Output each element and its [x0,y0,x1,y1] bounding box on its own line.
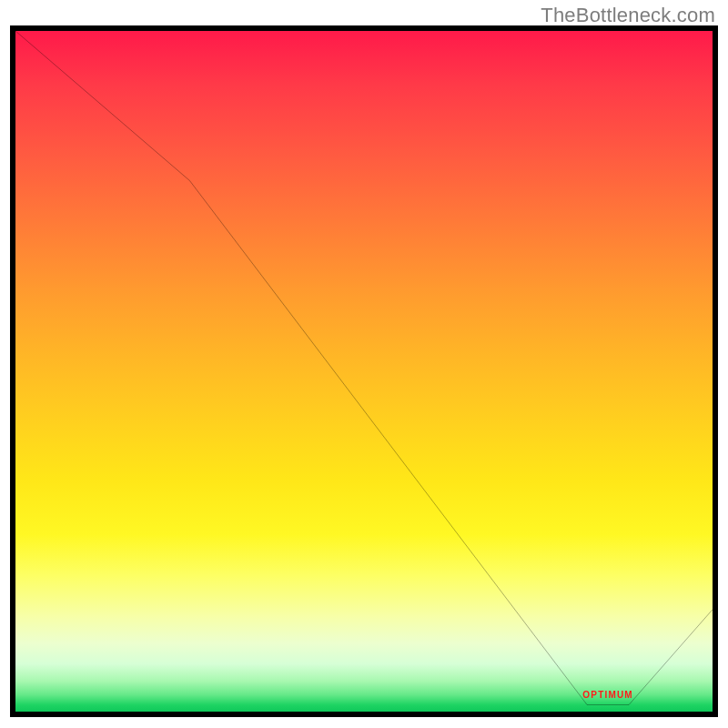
optimum-annotation: OPTIMUM [582,690,633,700]
plot-frame: OPTIMUM [10,25,718,717]
chart-stage: TheBottleneck.com OPTIMUM [0,0,728,728]
plot-area: OPTIMUM [15,31,713,712]
watermark-text: TheBottleneck.com [541,4,715,27]
bottleneck-curve [15,31,713,712]
